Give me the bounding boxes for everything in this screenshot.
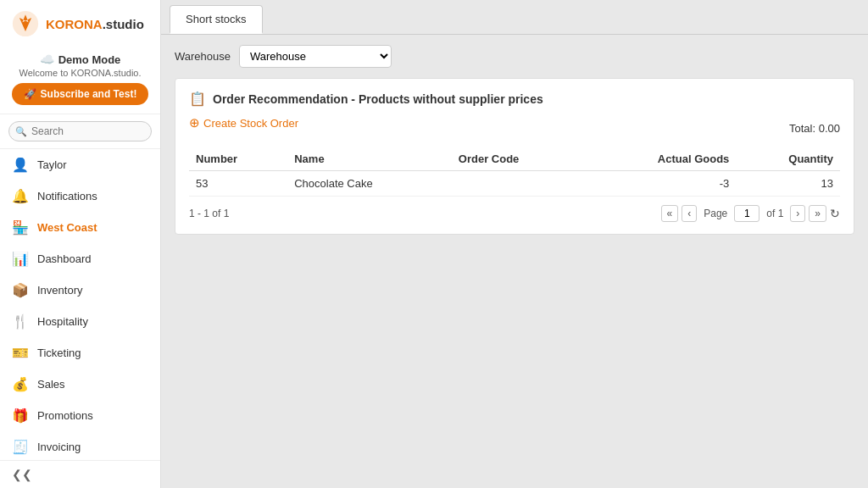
dashboard-icon: 📊 [12,251,29,267]
cell-number: 53 [189,171,287,197]
page-label: Page [704,208,727,219]
pagination-controls: « ‹ Page of 1 › » ↻ [661,205,840,222]
sidebar-item-promotions[interactable]: 🎁 Promotions [0,400,160,431]
of-label: of 1 [766,208,783,219]
sidebar-item-sales[interactable]: 💰 Sales [0,369,160,400]
card-title: Order Recommendation - Products without … [213,92,543,106]
sidebar-collapse[interactable]: ❮❮ [0,460,160,488]
hospitality-icon: 🍴 [12,313,29,330]
rocket-icon: 🚀 [24,88,36,100]
demo-mode-label: ☁️ Demo Mode [8,53,152,66]
cell-actual-goods: -3 [584,171,736,197]
sidebar-label-notifications: Notifications [37,190,97,202]
user-section: ☁️ Demo Mode Welcome to KORONA.studio. 🚀… [0,47,160,114]
card-icon: 📋 [189,91,206,107]
page-number-input[interactable] [734,205,760,222]
create-stock-order-link[interactable]: ⊕ Create Stock Order [189,115,298,130]
sidebar-item-invoicing[interactable]: 🧾 Invoicing [0,431,160,460]
tab-short-stocks[interactable]: Short stocks [170,5,263,34]
search-input[interactable] [8,121,152,141]
order-recommendation-card: 📋 Order Recommendation - Products withou… [175,78,854,235]
card-header: 📋 Order Recommendation - Products withou… [189,91,840,107]
korona-logo-icon [12,10,39,37]
sidebar-item-taylor[interactable]: 👤 Taylor [0,149,160,180]
user-icon: 👤 [12,157,29,173]
cell-name: Chocolate Cake [287,171,452,197]
cloud-icon: ☁️ [40,53,54,66]
plus-circle-icon: ⊕ [189,115,200,130]
content-area: Warehouse Warehouse 📋 Order Recommendati… [161,35,868,488]
cell-quantity: 13 [736,171,840,197]
cell-order-code [452,171,584,197]
sidebar-label-hospitality: Hospitality [37,315,88,328]
nav-items: 👤 Taylor 🔔 Notifications 🏪 West Coast 📊 … [0,149,160,460]
sidebar-item-dashboard[interactable]: 📊 Dashboard [0,243,160,274]
collapse-icon: ❮❮ [12,468,32,481]
sidebar-label-west-coast: West Coast [37,221,97,234]
first-page-button[interactable]: « [661,205,679,222]
logo-area: KORONA.studio [0,0,160,47]
tabs-bar: Short stocks [161,0,868,35]
warehouse-filter-label: Warehouse [175,50,231,63]
inventory-icon: 📦 [12,282,29,298]
sales-icon: 💰 [12,376,29,392]
sidebar-label-ticketing: Ticketing [37,347,81,359]
col-quantity: Quantity [736,147,840,171]
col-number: Number [189,147,287,171]
sidebar-label-taylor: Taylor [37,158,67,171]
total-label: Total: 0.00 [789,122,840,135]
warehouse-select[interactable]: Warehouse [239,45,392,68]
sidebar-label-promotions: Promotions [37,409,93,422]
sidebar-label-invoicing: Invoicing [37,441,81,453]
welcome-text: Welcome to KORONA.studio. [8,68,152,78]
pagination-row: 1 - 1 of 1 « ‹ Page of 1 › » ↻ [189,205,840,222]
col-name: Name [287,147,452,171]
table-header-row: Number Name Order Code Actual Goods Quan… [189,147,840,171]
store-icon: 🏪 [12,219,29,236]
logo-text: KORONA.studio [46,17,144,31]
next-page-button[interactable]: › [790,205,805,222]
subscribe-button[interactable]: 🚀 Subscribe and Test! [12,83,149,105]
col-order-code: Order Code [452,147,584,171]
sidebar: KORONA.studio ☁️ Demo Mode Welcome to KO… [0,0,161,488]
search-box: 🔍 [0,114,160,149]
invoicing-icon: 🧾 [12,439,29,455]
col-actual-goods: Actual Goods [584,147,736,171]
promotions-icon: 🎁 [12,408,29,424]
sidebar-item-hospitality[interactable]: 🍴 Hospitality [0,306,160,337]
sidebar-item-notifications[interactable]: 🔔 Notifications [0,180,160,212]
main-content: Short stocks Warehouse Warehouse 📋 Order… [161,0,868,488]
last-page-button[interactable]: » [809,205,826,222]
sidebar-label-sales: Sales [37,378,65,391]
refresh-button[interactable]: ↻ [830,207,840,220]
prev-page-button[interactable]: ‹ [682,205,697,222]
sidebar-item-inventory[interactable]: 📦 Inventory [0,274,160,306]
search-icon: 🔍 [15,126,27,137]
ticketing-icon: 🎫 [12,345,29,361]
bell-icon: 🔔 [12,188,29,204]
products-table: Number Name Order Code Actual Goods Quan… [189,147,840,197]
table-row: 53 Chocolate Cake -3 13 [189,171,840,197]
filter-row: Warehouse Warehouse [175,45,854,68]
sidebar-item-ticketing[interactable]: 🎫 Ticketing [0,337,160,369]
sidebar-label-dashboard: Dashboard [37,252,92,265]
sidebar-label-inventory: Inventory [37,284,82,297]
sidebar-item-west-coast[interactable]: 🏪 West Coast [0,212,160,243]
pagination-range: 1 - 1 of 1 [189,208,229,219]
